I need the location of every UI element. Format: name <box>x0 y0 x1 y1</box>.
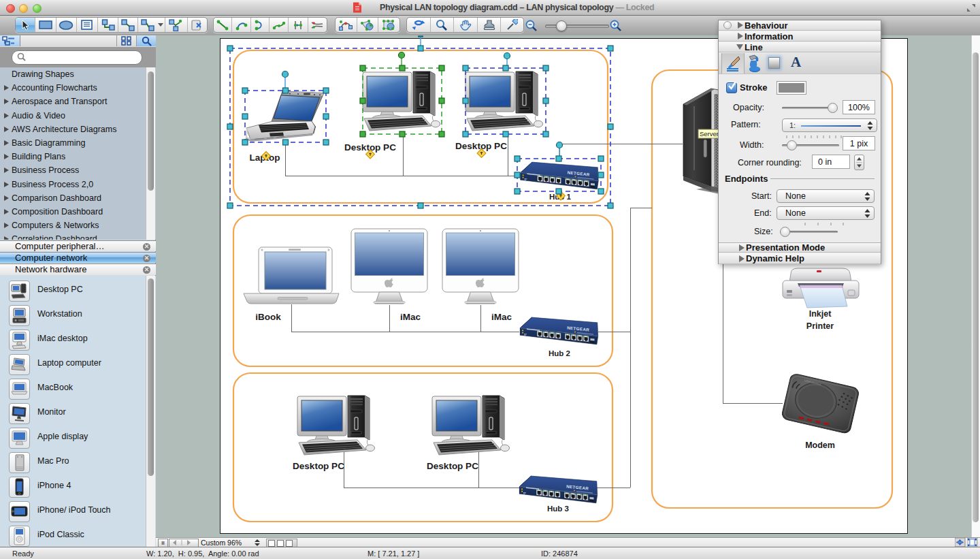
svg-text:Modem: Modem <box>805 441 835 450</box>
svg-text:iMac: iMac <box>400 312 421 322</box>
svg-text:Hub 3: Hub 3 <box>547 505 569 513</box>
svg-text:iBook: iBook <box>255 312 281 322</box>
svg-text:Hub 2: Hub 2 <box>549 349 570 357</box>
svg-text:Printer: Printer <box>806 321 834 331</box>
svg-text:iMac: iMac <box>491 312 512 322</box>
svg-text:Desktop PC: Desktop PC <box>427 461 478 471</box>
svg-text:Server: Server <box>700 130 719 138</box>
svg-text:Inkjet: Inkjet <box>809 309 832 319</box>
svg-text:Desktop PC: Desktop PC <box>293 461 344 471</box>
